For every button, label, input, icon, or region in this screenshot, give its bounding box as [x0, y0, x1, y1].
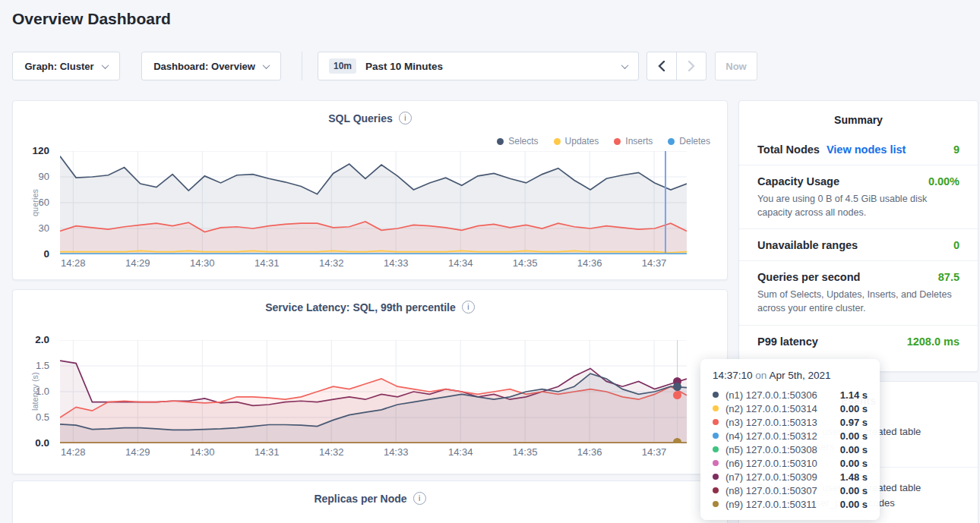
- time-next-button[interactable]: [676, 52, 707, 80]
- sql-queries-chart-card: SQL Queries i SelectsUpdatesInsertsDelet…: [12, 100, 728, 280]
- view-nodes-list-link[interactable]: View nodes list: [827, 143, 906, 156]
- tooltip-node-row: (n7) 127.0.0.1:503091.48 s: [713, 470, 868, 484]
- tooltip-node-label: (n7) 127.0.0.1:50309: [726, 471, 817, 483]
- summary-value: 0: [953, 239, 959, 251]
- graph-dropdown[interactable]: Graph: Cluster: [12, 52, 120, 80]
- summary-heading: Summary: [739, 101, 978, 126]
- x-axis-tick-label: 14:33: [384, 446, 409, 458]
- tooltip-node-row: (n1) 127.0.0.1:503061.14 s: [713, 388, 868, 402]
- chart-title: Service Latency: SQL, 99th percentile i: [13, 290, 727, 313]
- tooltip-node-value: 0.00 s: [840, 499, 868, 510]
- tooltip-node-value: 0.00 s: [840, 485, 868, 496]
- tooltip-node-row: (n8) 127.0.0.1:503070.00 s: [713, 484, 868, 497]
- chart-title-text: Service Latency: SQL, 99th percentile: [265, 301, 456, 313]
- summary-description: Sum of Selects, Updates, Inserts, and De…: [757, 288, 959, 315]
- x-axis-tick-label: 14:34: [448, 446, 473, 458]
- time-range-picker[interactable]: 10m Past 10 Minutes: [318, 52, 639, 80]
- legend-item-inserts[interactable]: Inserts: [614, 136, 653, 147]
- node-color-dot-icon: [713, 474, 719, 480]
- y-axis-tick-label: 0: [8, 248, 49, 260]
- legend-item-updates[interactable]: Updates: [554, 136, 599, 147]
- tooltip-node-label: (n6) 127.0.0.1:50310: [726, 458, 817, 469]
- service-latency-chart-card: Service Latency: SQL, 99th percentile i …: [12, 289, 728, 474]
- tooltip-node-row: (n5) 127.0.0.1:503080.00 s: [713, 443, 868, 456]
- y-axis-tick-label: 2.0: [8, 334, 49, 345]
- x-axis-tick-label: 14:37: [642, 446, 667, 458]
- summary-row-total-nodes: Total Nodes View nodes list 9: [739, 134, 978, 165]
- tooltip-node-value: 0.00 s: [840, 430, 868, 442]
- legend-label: Deletes: [679, 136, 710, 147]
- x-axis-tick-label: 14:32: [319, 446, 344, 458]
- legend-dot-icon: [614, 138, 621, 145]
- x-axis-tick-label: 14:31: [254, 257, 280, 269]
- summary-label: Queries per second: [757, 271, 860, 283]
- node-color-dot-icon: [713, 405, 719, 411]
- chevron-right-icon: [688, 61, 695, 71]
- legend-item-deletes[interactable]: Deletes: [668, 136, 710, 147]
- chevron-left-icon: [658, 61, 665, 71]
- node-color-dot-icon: [713, 392, 719, 398]
- x-axis-ticks: 14:2814:2914:3014:3114:3214:3314:3414:35…: [60, 257, 687, 271]
- y-axis-tick-label: 60: [8, 197, 49, 208]
- legend-item-selects[interactable]: Selects: [497, 136, 538, 147]
- tooltip-timestamp: 14:37:10 on Apr 5th, 2021: [713, 370, 868, 381]
- node-color-dot-icon: [713, 433, 719, 439]
- chevron-down-icon: [101, 61, 109, 69]
- tooltip-node-label: (n4) 127.0.0.1:50312: [726, 430, 817, 442]
- info-icon[interactable]: i: [462, 301, 475, 313]
- y-axis-tick-label: 0.0: [8, 437, 49, 449]
- info-icon[interactable]: i: [399, 112, 412, 124]
- tooltip-connector: on: [755, 370, 767, 381]
- legend-dot-icon: [554, 138, 561, 145]
- tooltip-date: Apr 5th, 2021: [769, 370, 830, 381]
- tooltip-time: 14:37:10: [713, 370, 753, 381]
- node-color-dot-icon: [713, 460, 719, 466]
- chart-plot-area[interactable]: [60, 151, 687, 254]
- y-axis-tick-label: 30: [8, 222, 49, 234]
- y-axis-tick-label: 1.0: [8, 386, 49, 397]
- summary-label: Total Nodes: [757, 143, 820, 156]
- legend-label: Selects: [508, 136, 538, 147]
- summary-row-p99-latency: P99 latency 1208.0 ms: [739, 326, 978, 357]
- tooltip-node-label: (n3) 127.0.0.1:50313: [726, 417, 817, 428]
- tooltip-node-label: (n5) 127.0.0.1:50308: [726, 444, 817, 455]
- chart-title: SQL Queries i: [13, 101, 727, 124]
- y-axis-tick-label: 0.5: [8, 411, 49, 423]
- x-axis-tick-label: 14:37: [642, 257, 667, 269]
- tooltip-node-row: (n6) 127.0.0.1:503100.00 s: [713, 456, 868, 470]
- summary-value: 1208.0 ms: [907, 336, 959, 348]
- tooltip-node-row: (n3) 127.0.0.1:503130.97 s: [713, 415, 868, 429]
- now-button[interactable]: Now: [715, 52, 757, 80]
- x-axis-tick-label: 14:31: [254, 446, 280, 458]
- x-axis-tick-label: 14:36: [577, 446, 602, 458]
- time-prev-button[interactable]: [646, 52, 677, 80]
- chart-title-text: SQL Queries: [328, 112, 393, 124]
- legend-dot-icon: [668, 138, 675, 145]
- summary-label: Capacity Usage: [757, 175, 839, 187]
- node-color-dot-icon: [713, 446, 719, 452]
- node-color-dot-icon: [713, 501, 719, 507]
- x-axis-tick-label: 14:28: [61, 446, 86, 458]
- legend-dot-icon: [497, 138, 504, 145]
- tooltip-node-value: 1.48 s: [840, 471, 868, 483]
- node-color-dot-icon: [713, 419, 719, 425]
- x-axis-ticks: 14:2814:2914:3014:3114:3214:3314:3414:35…: [60, 446, 687, 460]
- y-axis-ticks: 0.00.51.01.52.0: [13, 340, 54, 443]
- chart-plot-area[interactable]: [60, 340, 687, 443]
- y-axis-tick-label: 120: [8, 145, 49, 156]
- dashboard-dropdown[interactable]: Dashboard: Overview: [141, 52, 281, 80]
- summary-description: You are using 0 B of 4.5 GiB usable disk…: [757, 192, 959, 219]
- page-title: Overview Dashboard: [12, 10, 171, 28]
- chart-title-text: Replicas per Node: [314, 493, 406, 505]
- tooltip-node-label: (n1) 127.0.0.1:50306: [726, 389, 817, 401]
- summary-row-queries-per-second: Queries per second 87.5 Sum of Selects, …: [739, 261, 978, 325]
- toolbar-divider: [302, 52, 302, 80]
- x-axis-tick-label: 14:30: [190, 446, 215, 458]
- info-icon[interactable]: i: [413, 492, 426, 505]
- tooltip-rows: (n1) 127.0.0.1:503061.14 s(n2) 127.0.0.1…: [713, 388, 868, 511]
- hover-dot: [673, 391, 681, 399]
- x-axis-tick-label: 14:29: [125, 446, 150, 458]
- graph-dropdown-value: Cluster: [60, 61, 94, 72]
- hover-dot: [673, 438, 681, 443]
- summary-label: P99 latency: [757, 336, 818, 348]
